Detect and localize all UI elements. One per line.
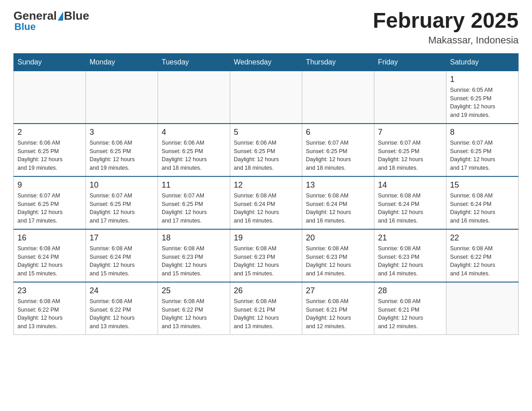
day-info: Sunrise: 6:08 AM Sunset: 6:24 PM Dayligh… [306,192,370,225]
location-label: Makassar, Indonesia [373,34,519,46]
logo: General Blue Blue [13,9,89,33]
day-info: Sunrise: 6:08 AM Sunset: 6:23 PM Dayligh… [306,244,370,278]
table-row: 7Sunrise: 6:07 AM Sunset: 6:25 PM Daylig… [374,124,446,176]
header-saturday: Saturday [446,53,519,71]
table-row: 15Sunrise: 6:08 AM Sunset: 6:24 PM Dayli… [446,176,519,229]
day-info: Sunrise: 6:07 AM Sunset: 6:25 PM Dayligh… [306,139,370,172]
day-info: Sunrise: 6:07 AM Sunset: 6:25 PM Dayligh… [90,192,154,225]
day-number: 10 [90,180,154,190]
day-number: 17 [90,233,154,243]
day-info: Sunrise: 6:07 AM Sunset: 6:25 PM Dayligh… [450,139,515,172]
day-number: 5 [234,128,298,137]
day-number: 9 [17,180,82,190]
table-row: 16Sunrise: 6:08 AM Sunset: 6:24 PM Dayli… [14,229,86,282]
table-row: 24Sunrise: 6:08 AM Sunset: 6:22 PM Dayli… [86,282,158,335]
day-number: 22 [450,233,515,243]
day-info: Sunrise: 6:08 AM Sunset: 6:21 PM Dayligh… [306,297,370,331]
day-number: 16 [17,233,82,243]
day-number: 24 [90,286,154,295]
calendar-table: Sunday Monday Tuesday Wednesday Thursday… [13,53,519,335]
day-info: Sunrise: 6:08 AM Sunset: 6:22 PM Dayligh… [90,297,154,331]
table-row: 5Sunrise: 6:06 AM Sunset: 6:25 PM Daylig… [230,124,302,176]
header-sunday: Sunday [14,53,86,71]
table-row: 9Sunrise: 6:07 AM Sunset: 6:25 PM Daylig… [14,176,86,229]
table-row: 12Sunrise: 6:08 AM Sunset: 6:24 PM Dayli… [230,176,302,229]
table-row: 21Sunrise: 6:08 AM Sunset: 6:23 PM Dayli… [374,229,446,282]
table-row [230,71,302,124]
table-row: 3Sunrise: 6:06 AM Sunset: 6:25 PM Daylig… [86,124,158,176]
day-info: Sunrise: 6:08 AM Sunset: 6:24 PM Dayligh… [90,244,154,278]
day-info: Sunrise: 6:07 AM Sunset: 6:25 PM Dayligh… [17,192,82,225]
header-wednesday: Wednesday [230,53,302,71]
day-number: 26 [234,286,298,295]
table-row: 27Sunrise: 6:08 AM Sunset: 6:21 PM Dayli… [302,282,374,335]
day-info: Sunrise: 6:08 AM Sunset: 6:22 PM Dayligh… [450,244,515,278]
page-header: General Blue Blue February 2025 Makassar… [13,9,519,46]
month-title: February 2025 [373,9,519,33]
table-row: 17Sunrise: 6:08 AM Sunset: 6:24 PM Dayli… [86,229,158,282]
day-number: 21 [378,233,442,243]
table-row [86,71,158,124]
day-number: 12 [234,180,298,190]
day-info: Sunrise: 6:08 AM Sunset: 6:23 PM Dayligh… [234,244,298,278]
day-number: 8 [450,128,515,137]
table-row: 4Sunrise: 6:06 AM Sunset: 6:25 PM Daylig… [158,124,230,176]
logo-blue-text: Blue [64,9,89,23]
table-row [446,282,519,335]
table-row: 2Sunrise: 6:06 AM Sunset: 6:25 PM Daylig… [14,124,86,176]
day-info: Sunrise: 6:07 AM Sunset: 6:25 PM Dayligh… [378,139,442,172]
table-row: 11Sunrise: 6:07 AM Sunset: 6:25 PM Dayli… [158,176,230,229]
day-info: Sunrise: 6:08 AM Sunset: 6:21 PM Dayligh… [378,297,442,331]
title-area: February 2025 Makassar, Indonesia [373,9,519,46]
header-tuesday: Tuesday [158,53,230,71]
day-info: Sunrise: 6:07 AM Sunset: 6:25 PM Dayligh… [162,192,226,225]
table-row: 26Sunrise: 6:08 AM Sunset: 6:21 PM Dayli… [230,282,302,335]
day-info: Sunrise: 6:08 AM Sunset: 6:24 PM Dayligh… [450,192,515,225]
table-row: 1Sunrise: 6:05 AM Sunset: 6:25 PM Daylig… [446,71,519,124]
calendar-week-3: 9Sunrise: 6:07 AM Sunset: 6:25 PM Daylig… [14,176,519,229]
day-number: 6 [306,128,370,137]
table-row: 8Sunrise: 6:07 AM Sunset: 6:25 PM Daylig… [446,124,519,176]
day-number: 2 [17,128,82,137]
table-row: 28Sunrise: 6:08 AM Sunset: 6:21 PM Dayli… [374,282,446,335]
day-number: 14 [378,180,442,190]
day-info: Sunrise: 6:08 AM Sunset: 6:22 PM Dayligh… [162,297,226,331]
header-friday: Friday [374,53,446,71]
table-row: 22Sunrise: 6:08 AM Sunset: 6:22 PM Dayli… [446,229,519,282]
table-row: 10Sunrise: 6:07 AM Sunset: 6:25 PM Dayli… [86,176,158,229]
day-info: Sunrise: 6:08 AM Sunset: 6:24 PM Dayligh… [378,192,442,225]
calendar-week-5: 23Sunrise: 6:08 AM Sunset: 6:22 PM Dayli… [14,282,519,335]
day-number: 27 [306,286,370,295]
day-info: Sunrise: 6:08 AM Sunset: 6:21 PM Dayligh… [234,297,298,331]
day-number: 19 [234,233,298,243]
day-info: Sunrise: 6:08 AM Sunset: 6:24 PM Dayligh… [234,192,298,225]
table-row: 23Sunrise: 6:08 AM Sunset: 6:22 PM Dayli… [14,282,86,335]
table-row: 6Sunrise: 6:07 AM Sunset: 6:25 PM Daylig… [302,124,374,176]
day-info: Sunrise: 6:08 AM Sunset: 6:23 PM Dayligh… [378,244,442,278]
day-number: 15 [450,180,515,190]
calendar-header-row: Sunday Monday Tuesday Wednesday Thursday… [14,53,519,71]
table-row: 19Sunrise: 6:08 AM Sunset: 6:23 PM Dayli… [230,229,302,282]
day-number: 18 [162,233,226,243]
calendar-week-4: 16Sunrise: 6:08 AM Sunset: 6:24 PM Dayli… [14,229,519,282]
header-monday: Monday [86,53,158,71]
day-info: Sunrise: 6:08 AM Sunset: 6:24 PM Dayligh… [17,244,82,278]
day-number: 1 [450,75,515,84]
table-row [374,71,446,124]
header-thursday: Thursday [302,53,374,71]
day-info: Sunrise: 6:06 AM Sunset: 6:25 PM Dayligh… [17,139,82,172]
table-row: 18Sunrise: 6:08 AM Sunset: 6:23 PM Dayli… [158,229,230,282]
table-row: 14Sunrise: 6:08 AM Sunset: 6:24 PM Dayli… [374,176,446,229]
table-row: 20Sunrise: 6:08 AM Sunset: 6:23 PM Dayli… [302,229,374,282]
table-row [158,71,230,124]
day-number: 7 [378,128,442,137]
table-row: 13Sunrise: 6:08 AM Sunset: 6:24 PM Dayli… [302,176,374,229]
day-number: 25 [162,286,226,295]
day-info: Sunrise: 6:08 AM Sunset: 6:22 PM Dayligh… [17,297,82,331]
day-number: 23 [17,286,82,295]
day-info: Sunrise: 6:06 AM Sunset: 6:25 PM Dayligh… [162,139,226,172]
day-number: 28 [378,286,442,295]
logo-subtitle: Blue [14,21,36,33]
day-info: Sunrise: 6:06 AM Sunset: 6:25 PM Dayligh… [90,139,154,172]
day-info: Sunrise: 6:06 AM Sunset: 6:25 PM Dayligh… [234,139,298,172]
